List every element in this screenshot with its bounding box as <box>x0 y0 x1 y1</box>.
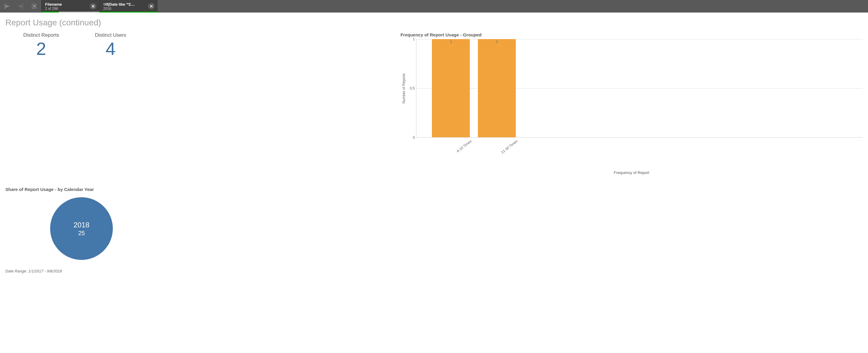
selection-chip-sub: 2018 <box>103 6 146 11</box>
selection-chip-date-expr[interactable]: =If(Date like '*2… 2018 <box>99 0 158 12</box>
bar-value-label: 1 <box>478 40 516 44</box>
pie-slice-label: 2018 <box>73 221 89 229</box>
kpi-distinct-reports[interactable]: Distinct Reports 2 <box>23 32 59 58</box>
y-tick: 1 <box>413 37 415 41</box>
step-back-icon[interactable] <box>0 0 14 12</box>
chart-title: Frequency of Report Usage - Grouped <box>401 32 863 37</box>
step-forward-icon[interactable] <box>14 0 27 12</box>
kpi-distinct-users[interactable]: Distinct Users 4 <box>95 32 126 58</box>
bar-11-30-times[interactable]: 1 <box>478 39 516 137</box>
date-range-note: Date Range: 1/1/2017 - 9/8/2018 <box>5 269 863 273</box>
close-icon[interactable] <box>148 3 155 9</box>
x-tick: 6-10 Times <box>448 139 472 159</box>
bar-chart-frequency-grouped[interactable]: Frequency of Report Usage - Grouped Numb… <box>401 32 863 175</box>
selection-chip-title: Filename <box>45 2 88 6</box>
y-tick: 0 <box>413 135 415 140</box>
pie-slice-value: 25 <box>78 230 85 237</box>
x-axis-title: Frequency of Report <box>401 170 863 175</box>
kpi-value: 2 <box>23 40 59 58</box>
x-tick: 11-30 Times <box>495 139 519 159</box>
y-tick: 0.5 <box>410 86 415 90</box>
page-title: Report Usage (continued) <box>5 18 863 28</box>
selection-chip-sub: 2 of 298 <box>45 6 88 11</box>
y-axis-title: Number of Reports <box>401 39 407 137</box>
bar-value-label: 1 <box>432 40 470 44</box>
clear-selections-icon[interactable] <box>27 0 41 12</box>
kpi-label: Distinct Reports <box>23 32 59 38</box>
selection-chip-title: =If(Date like '*2… <box>103 2 146 6</box>
kpi-label: Distinct Users <box>95 32 126 38</box>
selection-chip-filename[interactable]: Filename 2 of 298 <box>41 0 99 12</box>
kpi-value: 4 <box>95 40 126 58</box>
close-icon[interactable] <box>90 3 96 9</box>
bar-6-10-times[interactable]: 1 <box>432 39 470 137</box>
chart-title: Share of Report Usage - by Calendar Year <box>5 187 383 192</box>
pie-chart-share-year[interactable]: Share of Report Usage - by Calendar Year… <box>5 187 383 260</box>
